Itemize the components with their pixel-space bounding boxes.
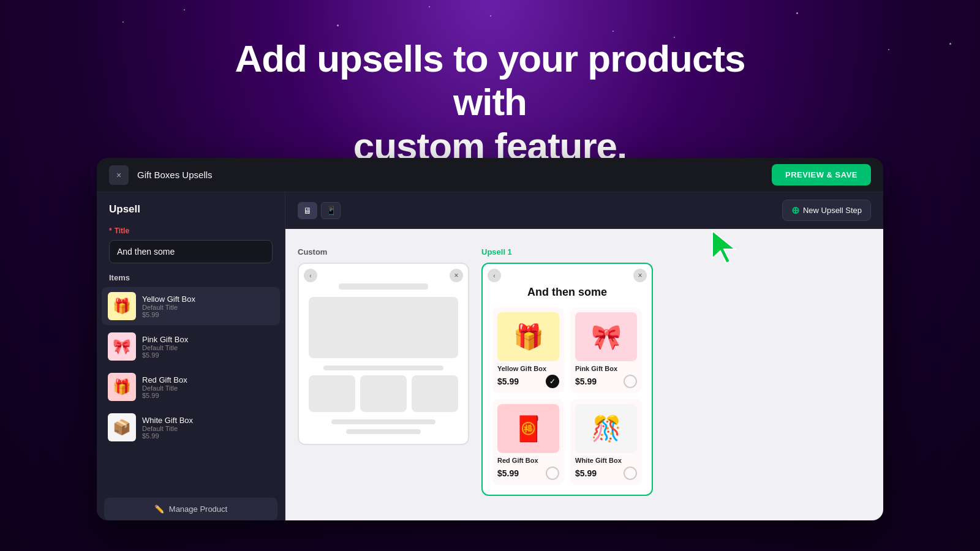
list-item[interactable]: 🎁 Yellow Gift Box Default Title $5.99 <box>102 287 280 325</box>
upsell1-step-card: ‹ × And then some 🎁 Yellow Gift Box $5.9… <box>481 263 653 496</box>
custom-step-card: ‹ × <box>298 263 469 445</box>
grid-product-name: Yellow Gift Box <box>497 365 559 372</box>
card-close-button[interactable]: × <box>633 269 647 282</box>
sidebar-header: Upsell <box>97 192 285 216</box>
grid-product-card[interactable]: 🧧 Red Gift Box $5.99 <box>492 399 564 485</box>
grid-product-price-row: $5.99 <box>575 467 637 480</box>
grid-product-image: 🎁 <box>497 312 559 361</box>
product-price: $5.99 <box>142 432 274 440</box>
items-label: Items <box>97 263 285 287</box>
grid-product-card[interactable]: 🎁 Yellow Gift Box $5.99 ✓ <box>492 307 564 393</box>
product-list: 🎁 Yellow Gift Box Default Title $5.99 🎀 … <box>97 287 285 490</box>
card-prev-button[interactable]: ‹ <box>304 269 317 282</box>
card-prev-button[interactable]: ‹ <box>488 269 501 282</box>
product-name: White Gift Box <box>142 416 274 425</box>
list-item[interactable]: 📦 White Gift Box Default Title $5.99 <box>102 408 280 446</box>
required-indicator: * <box>109 227 112 235</box>
new-upsell-label: New Upsell Step <box>803 206 862 215</box>
list-item[interactable]: 🎀 Pink Gift Box Default Title $5.99 <box>102 328 280 365</box>
plus-icon: ⊕ <box>791 204 799 216</box>
product-thumbnail: 🎀 <box>108 332 136 361</box>
card-close-button[interactable]: × <box>450 269 463 282</box>
product-info: Red Gift Box Default Title $5.99 <box>142 375 274 399</box>
product-price: $5.99 <box>142 351 274 359</box>
unselected-indicator <box>624 375 637 388</box>
product-name: Red Gift Box <box>142 375 274 384</box>
preview-toolbar: 🖥 📱 ⊕ New Upsell Step <box>285 192 883 229</box>
grid-product-price: $5.99 <box>497 468 519 478</box>
product-thumbnail: 🎁 <box>108 292 136 320</box>
title-bar-left: × Gift Boxes Upsells <box>109 165 213 185</box>
grid-product-card[interactable]: 🎊 White Gift Box $5.99 <box>570 399 642 485</box>
grid-product-image: 🎊 <box>575 404 637 453</box>
product-variant: Default Title <box>142 344 274 351</box>
main-content: Upsell * Title Items 🎁 Yellow Gift Box D… <box>97 192 883 520</box>
grid-product-price-row: $5.99 ✓ <box>497 375 559 388</box>
selected-indicator: ✓ <box>546 375 559 388</box>
manage-product-label: Manage Product <box>169 504 227 514</box>
ui-window: × Gift Boxes Upsells PREVIEW & SAVE Upse… <box>97 158 883 520</box>
product-thumbnail: 📦 <box>108 413 136 441</box>
close-button[interactable]: × <box>109 165 129 185</box>
title-bar: × Gift Boxes Upsells PREVIEW & SAVE <box>97 158 883 192</box>
title-field-label: * Title <box>109 227 273 235</box>
title-section: * Title <box>97 216 285 263</box>
product-info: Yellow Gift Box Default Title $5.99 <box>142 294 274 318</box>
grid-product-name: White Gift Box <box>575 457 637 464</box>
custom-step: Custom ‹ × <box>298 247 469 445</box>
product-thumbnail: 🎁 <box>108 373 136 401</box>
grid-product-image: 🧧 <box>497 404 559 453</box>
grid-product-name: Pink Gift Box <box>575 365 637 372</box>
unselected-indicator <box>546 467 559 480</box>
product-variant: Default Title <box>142 304 274 311</box>
custom-step-label: Custom <box>298 247 327 257</box>
desktop-icon: 🖥 <box>303 206 312 216</box>
product-name: Pink Gift Box <box>142 335 274 344</box>
preview-area: 🖥 📱 ⊕ New Upsell Step Custom ‹ <box>285 192 883 520</box>
manage-icon: ✏️ <box>154 504 164 514</box>
product-variant: Default Title <box>142 425 274 432</box>
hero-line1: Add upsells to your products with <box>235 37 745 123</box>
view-toggles: 🖥 📱 <box>298 202 341 219</box>
preview-save-button[interactable]: PREVIEW & SAVE <box>772 164 871 186</box>
mobile-icon: 📱 <box>326 206 336 216</box>
window-title: Gift Boxes Upsells <box>137 170 213 180</box>
upsell1-title: And then some <box>492 286 642 299</box>
grid-product-price-row: $5.99 <box>575 375 637 388</box>
grid-product-card[interactable]: 🎀 Pink Gift Box $5.99 <box>570 307 642 393</box>
preview-canvas: Custom ‹ × <box>285 229 883 520</box>
mobile-view-toggle[interactable]: 📱 <box>321 202 341 219</box>
product-price: $5.99 <box>142 311 274 318</box>
product-grid: 🎁 Yellow Gift Box $5.99 ✓ 🎀 Pink G <box>492 307 642 485</box>
product-name: Yellow Gift Box <box>142 294 274 304</box>
grid-product-image: 🎀 <box>575 312 637 361</box>
list-item[interactable]: 🎁 Red Gift Box Default Title $5.99 <box>102 368 280 406</box>
grid-product-price-row: $5.99 <box>497 467 559 480</box>
upsell1-step: Upsell 1 ‹ × And then some 🎁 Yellow Gift… <box>481 247 653 496</box>
upsell-title-input[interactable] <box>109 240 273 263</box>
manage-product-button[interactable]: ✏️ Manage Product <box>104 498 277 520</box>
product-variant: Default Title <box>142 384 274 392</box>
grid-product-price: $5.99 <box>497 377 519 386</box>
unselected-indicator <box>624 467 637 480</box>
hero-heading: Add upsells to your products with custom… <box>214 37 766 168</box>
grid-product-price: $5.99 <box>575 468 597 478</box>
grid-product-name: Red Gift Box <box>497 457 559 464</box>
sidebar: Upsell * Title Items 🎁 Yellow Gift Box D… <box>97 192 285 520</box>
grid-product-price: $5.99 <box>575 377 597 386</box>
desktop-view-toggle[interactable]: 🖥 <box>298 202 317 219</box>
product-info: White Gift Box Default Title $5.99 <box>142 416 274 440</box>
product-price: $5.99 <box>142 392 274 399</box>
new-upsell-step-button[interactable]: ⊕ New Upsell Step <box>782 200 871 221</box>
product-info: Pink Gift Box Default Title $5.99 <box>142 335 274 359</box>
upsell1-step-label: Upsell 1 <box>481 247 512 257</box>
